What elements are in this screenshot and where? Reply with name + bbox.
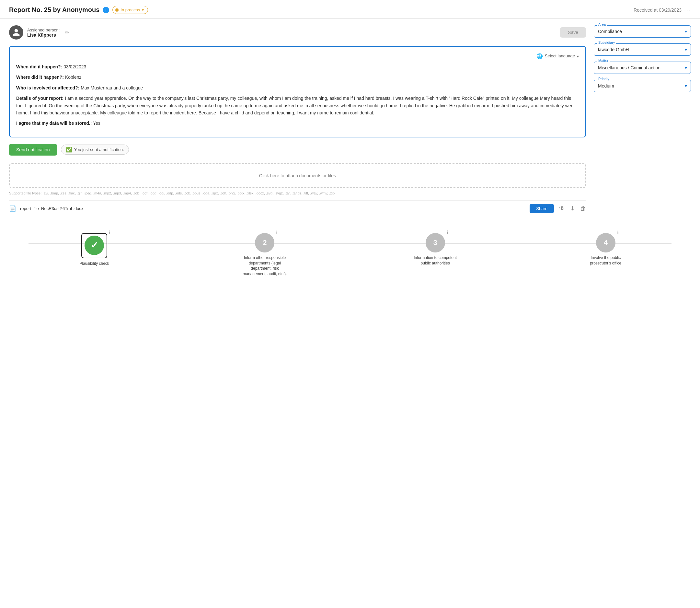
- step-3-label: Information to competent public authorit…: [413, 255, 458, 266]
- matter-label: Matter: [597, 59, 610, 62]
- where-label: Where did it happen?:: [16, 75, 64, 80]
- who-label: Who is involved or affected?:: [16, 85, 79, 91]
- sent-badge: ✅ You just sent a notification.: [61, 145, 129, 155]
- step-4-label: Involve the public prosecutor's office: [583, 255, 628, 266]
- status-dot: [115, 8, 119, 12]
- step-1-label: Plausibility check: [79, 261, 109, 266]
- step-3: ℹ 3 Information to competent public auth…: [350, 233, 521, 266]
- area-field-group: Area Compliance: [594, 25, 691, 38]
- right-panel: Area Compliance Subsidiary lawcode GmbH …: [594, 25, 691, 216]
- file-upload-zone[interactable]: Click here to attach documents or files: [9, 163, 586, 188]
- save-btn-area: Save: [560, 27, 586, 38]
- preview-icon[interactable]: 👁: [559, 205, 565, 212]
- step-2-circle: 2: [255, 233, 274, 252]
- step-3-info-icon[interactable]: ℹ: [447, 230, 448, 235]
- step-1-checkmark: ✓: [91, 240, 98, 250]
- main-content: Assigned person: Lisa Küppers ✏ Save 🌐 S…: [0, 19, 700, 223]
- step-1-circle: ✓: [84, 235, 104, 255]
- area-label: Area: [597, 22, 607, 26]
- upload-zone-text: Click here to attach documents or files: [259, 173, 336, 178]
- lang-dropdown-arrow: ▾: [577, 54, 579, 59]
- area-select[interactable]: Compliance: [594, 25, 691, 38]
- status-text: In process: [120, 7, 140, 12]
- consent-field: I agree that my data will be stored.: Ye…: [16, 119, 579, 127]
- who-value: Max Musterfrau and a collegue: [81, 85, 143, 91]
- lang-select-row: 🌐 Select language ▾: [16, 53, 579, 59]
- header-right: Received at 03/29/2023 ···: [634, 6, 691, 13]
- page-header: Report No. 25 by Anonymous i In process …: [0, 0, 700, 19]
- step-4-number: 4: [604, 239, 608, 247]
- priority-select[interactable]: Medium: [594, 80, 691, 92]
- page-title: Report No. 25 by Anonymous: [9, 6, 99, 14]
- step-3-number: 3: [433, 239, 437, 247]
- priority-label: Priority: [597, 77, 610, 81]
- details-value: I am a second year apprentice. On the wa…: [16, 96, 575, 115]
- where-field: Where did it happen?: Koblenz: [16, 74, 579, 81]
- chevron-down-icon: ▾: [142, 8, 144, 12]
- step-1-box: ✓: [81, 233, 107, 258]
- matter-select[interactable]: Miscellaneous / Criminal action: [594, 61, 691, 74]
- where-value: Koblenz: [65, 75, 82, 80]
- step-1-info-icon[interactable]: ℹ: [109, 230, 111, 235]
- globe-icon: 🌐: [537, 53, 543, 59]
- when-field: When did it happen?: 03/02/2023: [16, 63, 579, 70]
- step-4: ℹ 4 Involve the public prosecutor's offi…: [521, 233, 691, 266]
- info-icon[interactable]: i: [103, 7, 109, 13]
- steps-section: ℹ ✓ Plausibility check ℹ 2 Inform other …: [0, 223, 700, 286]
- status-badge[interactable]: In process ▾: [112, 6, 148, 14]
- supported-files-text: Supported file types: .avi, .bmp, .css, …: [9, 191, 586, 195]
- step-2-number: 2: [263, 239, 267, 247]
- notification-row: Send notification ✅ You just sent a noti…: [9, 144, 586, 156]
- step-1-box-wrapper: ℹ ✓: [81, 233, 107, 258]
- matter-field-group: Matter Miscellaneous / Criminal action: [594, 61, 691, 74]
- step-2-info-icon[interactable]: ℹ: [276, 230, 278, 235]
- share-button[interactable]: Share: [530, 204, 554, 213]
- save-button[interactable]: Save: [560, 27, 586, 38]
- step-3-circle-wrapper: ℹ 3: [426, 233, 445, 252]
- details-label: Details of your report:: [16, 96, 63, 101]
- when-label: When did it happen?:: [16, 64, 62, 69]
- send-notification-button[interactable]: Send notification: [9, 144, 57, 156]
- check-circle-icon: ✅: [66, 147, 72, 153]
- edit-assigned-icon[interactable]: ✏: [65, 30, 69, 36]
- download-icon[interactable]: ⬇: [570, 205, 575, 212]
- assigned-row: Assigned person: Lisa Küppers ✏ Save: [9, 25, 586, 40]
- left-panel: Assigned person: Lisa Küppers ✏ Save 🌐 S…: [9, 25, 594, 216]
- step-2: ℹ 2 Inform other responsible departments…: [179, 233, 350, 277]
- step-3-circle: 3: [426, 233, 445, 252]
- steps-row: ℹ ✓ Plausibility check ℹ 2 Inform other …: [9, 233, 691, 277]
- assigned-info: Assigned person: Lisa Küppers: [27, 27, 60, 38]
- step-2-label: Inform other responsible departments (le…: [242, 255, 287, 277]
- assigned-name: Lisa Küppers: [27, 33, 60, 38]
- priority-field-group: Priority Medium: [594, 80, 691, 92]
- lang-select-label: Select language: [545, 54, 575, 59]
- file-row: 📄 report_file_NocR3ustP6TruL.docx Share …: [9, 200, 586, 216]
- step-4-circle-wrapper: ℹ 4: [596, 233, 616, 252]
- delete-icon[interactable]: 🗑: [580, 205, 586, 212]
- language-select-button[interactable]: 🌐 Select language ▾: [537, 53, 579, 59]
- details-field: Details of your report: I am a second ye…: [16, 95, 579, 116]
- received-label: Received at 03/29/2023: [634, 7, 682, 13]
- subsidiary-select[interactable]: lawcode GmbH: [594, 43, 691, 56]
- assigned-label: Assigned person:: [27, 27, 60, 33]
- step-4-info-icon[interactable]: ℹ: [617, 230, 619, 235]
- header-left: Report No. 25 by Anonymous i In process …: [9, 6, 148, 14]
- step-1: ℹ ✓ Plausibility check: [9, 233, 179, 266]
- file-name: report_file_NocR3ustP6TruL.docx: [20, 206, 526, 211]
- avatar: [9, 25, 23, 40]
- sent-label: You just sent a notification.: [74, 147, 124, 152]
- step-2-circle-wrapper: ℹ 2: [255, 233, 274, 252]
- subsidiary-field-group: Subsidiary lawcode GmbH: [594, 43, 691, 56]
- when-value: 03/02/2023: [63, 64, 86, 69]
- who-field: Who is involved or affected?: Max Muster…: [16, 84, 579, 91]
- report-card: 🌐 Select language ▾ When did it happen?:…: [9, 46, 586, 137]
- subsidiary-label: Subsidiary: [597, 40, 616, 44]
- file-icon: 📄: [9, 205, 16, 212]
- consent-label: I agree that my data will be stored.:: [16, 120, 92, 126]
- more-options-button[interactable]: ···: [684, 6, 691, 13]
- consent-value: Yes: [93, 120, 100, 126]
- step-4-circle: 4: [596, 233, 616, 252]
